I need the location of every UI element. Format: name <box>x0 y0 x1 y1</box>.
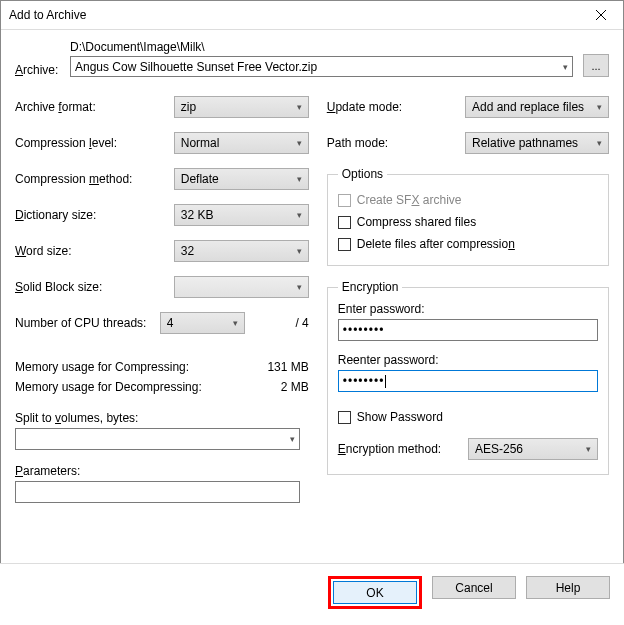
block-label: Solid Block size: <box>15 280 174 294</box>
chevron-down-icon: ▾ <box>297 246 302 256</box>
show-pwd-checkbox[interactable] <box>338 411 351 424</box>
dict-label: Dictionary size: <box>15 208 174 222</box>
options-legend: Options <box>338 167 387 181</box>
text-caret <box>385 375 386 388</box>
update-label: Update mode: <box>327 100 465 114</box>
pathmode-value: Relative pathnames <box>472 136 578 150</box>
chevron-down-icon: ▾ <box>297 138 302 148</box>
level-value: Normal <box>181 136 220 150</box>
chevron-down-icon: ▾ <box>297 174 302 184</box>
reenter-pwd-input[interactable]: •••••••• <box>338 370 598 392</box>
close-button[interactable] <box>578 1 623 30</box>
archive-path: D:\Document\Image\Milk\ <box>70 40 573 54</box>
mem-comp-value: 131 MB <box>267 360 308 374</box>
enter-pwd-label: Enter password: <box>338 302 598 316</box>
shared-label: Compress shared files <box>357 215 476 229</box>
delete-label: Delete files after compression <box>357 237 515 251</box>
threads-label: Number of CPU threads: <box>15 316 160 330</box>
sfx-checkbox <box>338 194 351 207</box>
params-input[interactable] <box>15 481 300 503</box>
enc-method-select[interactable]: AES-256 ▾ <box>468 438 598 460</box>
sfx-label: Create SFX archive <box>357 193 462 207</box>
pwd-mask-1: •••••••• <box>343 323 385 337</box>
button-bar: OK Cancel Help <box>0 563 624 625</box>
chevron-down-icon: ▾ <box>297 282 302 292</box>
reenter-pwd-label: Reenter password: <box>338 353 598 367</box>
window-title: Add to Archive <box>9 8 86 22</box>
options-group: Options Create SFX archive Compress shar… <box>327 167 609 266</box>
archive-filename-text: Angus Cow Silhouette Sunset Free Vector.… <box>75 60 317 74</box>
threads-select[interactable]: 4 ▾ <box>160 312 245 334</box>
chevron-down-icon: ▾ <box>297 210 302 220</box>
pathmode-select[interactable]: Relative pathnames ▾ <box>465 132 609 154</box>
close-icon <box>596 10 606 20</box>
shared-checkbox[interactable] <box>338 216 351 229</box>
level-label: Compression level: <box>15 136 174 150</box>
method-value: Deflate <box>181 172 219 186</box>
help-button[interactable]: Help <box>526 576 610 599</box>
mem-decomp-label: Memory usage for Decompressing: <box>15 380 202 394</box>
word-value: 32 <box>181 244 194 258</box>
browse-button[interactable]: ... <box>583 54 609 77</box>
mem-decomp-value: 2 MB <box>281 380 309 394</box>
chevron-down-icon: ▾ <box>586 444 591 454</box>
enc-method-value: AES-256 <box>475 442 523 456</box>
archive-label: Archive: <box>15 63 70 77</box>
chevron-down-icon: ▾ <box>563 62 568 72</box>
pathmode-label: Path mode: <box>327 136 465 150</box>
split-combo[interactable]: ▾ <box>15 428 300 450</box>
level-select[interactable]: Normal ▾ <box>174 132 309 154</box>
chevron-down-icon: ▾ <box>290 434 295 444</box>
titlebar: Add to Archive <box>1 1 623 30</box>
pwd-mask-2: •••••••• <box>343 374 385 388</box>
ok-button[interactable]: OK <box>333 581 417 604</box>
encryption-legend: Encryption <box>338 280 403 294</box>
method-select[interactable]: Deflate ▾ <box>174 168 309 190</box>
encryption-group: Encryption Enter password: •••••••• Reen… <box>327 280 609 475</box>
update-value: Add and replace files <box>472 100 584 114</box>
chevron-down-icon: ▾ <box>233 318 238 328</box>
chevron-down-icon: ▾ <box>597 138 602 148</box>
method-label: Compression method: <box>15 172 174 186</box>
block-select: ▾ <box>174 276 309 298</box>
delete-checkbox[interactable] <box>338 238 351 251</box>
dialog-content: Archive: D:\Document\Image\Milk\ Angus C… <box>1 30 623 517</box>
format-select[interactable]: zip ▾ <box>174 96 309 118</box>
left-column: Archive format: zip ▾ Compression level:… <box>15 95 309 503</box>
dict-select[interactable]: 32 KB ▾ <box>174 204 309 226</box>
dict-value: 32 KB <box>181 208 214 222</box>
archive-filename-combo[interactable]: Angus Cow Silhouette Sunset Free Vector.… <box>70 56 573 77</box>
show-pwd-label: Show Password <box>357 410 443 424</box>
chevron-down-icon: ▾ <box>297 102 302 112</box>
params-label: Parameters: <box>15 464 309 478</box>
threads-value: 4 <box>167 316 174 330</box>
cancel-button[interactable]: Cancel <box>432 576 516 599</box>
mem-comp-label: Memory usage for Compressing: <box>15 360 189 374</box>
format-value: zip <box>181 100 196 114</box>
right-column: Update mode: Add and replace files ▾ Pat… <box>327 95 609 503</box>
threads-total: / 4 <box>251 316 309 330</box>
word-select[interactable]: 32 ▾ <box>174 240 309 262</box>
enc-method-label: Encryption method: <box>338 442 441 456</box>
format-label: Archive format: <box>15 100 174 114</box>
enter-pwd-input[interactable]: •••••••• <box>338 319 598 341</box>
update-select[interactable]: Add and replace files ▾ <box>465 96 609 118</box>
ok-highlight: OK <box>328 576 422 609</box>
chevron-down-icon: ▾ <box>597 102 602 112</box>
word-label: Word size: <box>15 244 174 258</box>
split-label: Split to volumes, bytes: <box>15 411 309 425</box>
